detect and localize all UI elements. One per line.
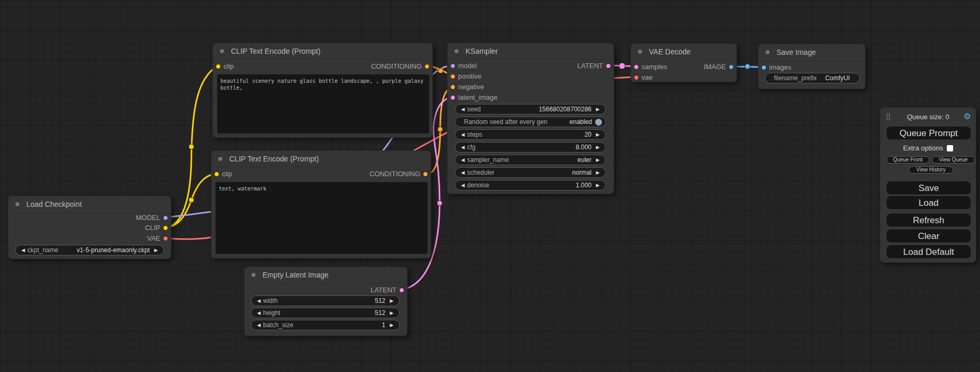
decrement-arrow-icon[interactable]: ◀	[459, 183, 467, 188]
conditioning-output-slot[interactable]	[424, 64, 430, 69]
queue-prompt-button[interactable]: Queue Prompt	[887, 127, 971, 139]
link-midpoint-dot[interactable]	[189, 144, 194, 149]
latent-output-slot[interactable]	[606, 63, 611, 69]
collapse-dot-icon[interactable]	[765, 50, 770, 55]
link-midpoint-dot[interactable]	[745, 64, 750, 69]
images-input-slot[interactable]	[761, 65, 766, 70]
input-label-clip: clip	[224, 62, 234, 70]
link-midpoint-dot[interactable]	[619, 63, 625, 69]
node-save-image[interactable]: Save Image images filename_prefix ComfyU…	[758, 44, 866, 89]
queue-panel[interactable]: ⣿ Queue size: 0 ⚙ Queue Prompt Extra opt…	[880, 107, 976, 263]
denoise-widget[interactable]: ◀ denoise 1.000 ▶	[455, 180, 606, 190]
link-midpoint-dot[interactable]	[189, 197, 194, 203]
prompt-textarea[interactable]: beautiful scenery nature glass bottle la…	[217, 74, 429, 133]
vae-input-slot[interactable]	[634, 75, 639, 80]
input-label-negative: negative	[458, 83, 484, 91]
node-clip-text-encode-negative[interactable]: CLIP Text Encode (Prompt) clip CONDITION…	[211, 150, 431, 259]
decrement-arrow-icon[interactable]: ◀	[459, 157, 467, 163]
batch-size-widget[interactable]: ◀ batch_size 1 ▶	[251, 320, 400, 330]
decrement-arrow-icon[interactable]: ◀	[459, 170, 467, 175]
cfg-widget[interactable]: ◀ cfg 8.000 ▶	[455, 142, 606, 152]
latent-image-input-slot[interactable]	[450, 95, 455, 100]
decrement-arrow-icon[interactable]: ◀	[459, 132, 467, 137]
increment-arrow-icon[interactable]: ▶	[152, 247, 160, 253]
vae-output-slot[interactable]	[163, 236, 168, 241]
clip-input-slot[interactable]	[216, 64, 221, 69]
link-midpoint-dot[interactable]	[438, 127, 443, 132]
samples-input-slot[interactable]	[634, 64, 639, 70]
prompt-textarea[interactable]: text, watermark	[216, 182, 428, 254]
input-label-latent-image: latent_image	[458, 93, 497, 101]
decrement-arrow-icon[interactable]: ◀	[255, 322, 263, 328]
collapse-dot-icon[interactable]	[219, 49, 225, 54]
image-output-slot[interactable]	[729, 64, 734, 70]
width-widget[interactable]: ◀ width 512 ▶	[251, 295, 400, 306]
view-history-button[interactable]: View History	[909, 166, 953, 174]
negative-input-slot[interactable]	[450, 84, 455, 90]
input-label-clip: clip	[222, 170, 232, 178]
collapse-dot-icon[interactable]	[454, 49, 459, 54]
decrement-arrow-icon[interactable]: ◀	[459, 107, 467, 112]
load-default-button[interactable]: Load Default	[887, 245, 971, 258]
height-widget[interactable]: ◀ height 512 ▶	[251, 308, 400, 318]
output-label-vae: VAE	[147, 234, 160, 242]
increment-arrow-icon[interactable]: ▶	[594, 157, 602, 163]
node-vae-decode[interactable]: VAE Decode samples vae IMAGE	[630, 43, 737, 82]
increment-arrow-icon[interactable]: ▶	[594, 132, 602, 137]
decrement-arrow-icon[interactable]: ◀	[255, 298, 263, 303]
filename-prefix-widget[interactable]: filename_prefix ComfyUI	[765, 73, 860, 83]
node-load-checkpoint[interactable]: Load Checkpoint MODEL CLIP VAE ◀ ckpt_na…	[8, 196, 171, 259]
increment-arrow-icon[interactable]: ▶	[594, 183, 602, 188]
increment-arrow-icon[interactable]: ▶	[387, 322, 396, 328]
increment-arrow-icon[interactable]: ▶	[594, 170, 602, 175]
input-label-vae: vae	[642, 73, 653, 81]
widget-value: 20	[583, 131, 594, 138]
model-output-slot[interactable]	[163, 215, 168, 221]
node-empty-latent-image[interactable]: Empty Latent Image LATENT ◀ width 512 ▶ …	[244, 266, 407, 336]
seed-toggle-icon[interactable]	[595, 119, 602, 126]
clip-output-slot[interactable]	[163, 225, 168, 231]
node-clip-text-encode-positive[interactable]: CLIP Text Encode (Prompt) clip CONDITION…	[212, 43, 433, 138]
node-title: Empty Latent Image	[245, 267, 407, 283]
input-label-samples: samples	[642, 63, 667, 71]
collapse-dot-icon[interactable]	[15, 202, 20, 207]
view-queue-button[interactable]: View Queue	[932, 156, 975, 164]
latent-output-slot[interactable]	[399, 288, 404, 293]
decrement-arrow-icon[interactable]: ◀	[255, 310, 263, 316]
link-midpoint-dot[interactable]	[438, 68, 443, 73]
collapse-dot-icon[interactable]	[637, 49, 643, 54]
clip-input-slot[interactable]	[214, 171, 219, 177]
clear-button[interactable]: Clear	[887, 230, 971, 242]
widget-label: width	[263, 297, 278, 304]
conditioning-output-slot[interactable]	[423, 171, 428, 177]
random-seed-toggle-widget[interactable]: Random seed after every gen enabled	[455, 117, 606, 127]
increment-arrow-icon[interactable]: ▶	[387, 310, 396, 316]
scheduler-widget[interactable]: ◀ scheduler normal ▶	[455, 167, 606, 178]
decrement-arrow-icon[interactable]: ◀	[459, 145, 467, 150]
positive-input-slot[interactable]	[450, 74, 455, 79]
model-input-slot[interactable]	[450, 63, 455, 69]
save-button[interactable]: Save	[887, 182, 971, 194]
collapse-dot-icon[interactable]	[218, 156, 223, 161]
settings-gear-icon[interactable]: ⚙	[964, 111, 971, 121]
seed-widget[interactable]: ◀ seed 156680208700286 ▶	[455, 104, 606, 115]
increment-arrow-icon[interactable]: ▶	[387, 298, 396, 303]
steps-widget[interactable]: ◀ steps 20 ▶	[455, 129, 606, 140]
widget-value: 8.000	[574, 144, 594, 151]
node-graph-canvas[interactable]: Load Checkpoint MODEL CLIP VAE ◀ ckpt_na…	[0, 0, 980, 372]
collapse-dot-icon[interactable]	[251, 272, 256, 278]
refresh-button[interactable]: Refresh	[887, 214, 971, 226]
link-midpoint-dot[interactable]	[437, 201, 442, 206]
queue-front-button[interactable]: Queue Front	[886, 156, 929, 164]
extra-options-checkbox[interactable]	[947, 145, 953, 151]
node-title: VAE Decode	[631, 44, 736, 60]
sampler-name-widget[interactable]: ◀ sampler_name euler ▶	[455, 155, 606, 165]
widget-value: normal	[570, 169, 594, 176]
increment-arrow-icon[interactable]: ▶	[594, 145, 602, 150]
widget-label: batch_size	[263, 321, 293, 329]
ckpt-name-widget[interactable]: ◀ ckpt_name v1-5-pruned-emaonly.ckpt ▶	[15, 245, 164, 255]
load-button[interactable]: Load	[887, 196, 971, 209]
decrement-arrow-icon[interactable]: ◀	[19, 247, 27, 253]
node-ksampler[interactable]: KSampler model positive negative latent_…	[447, 43, 614, 194]
increment-arrow-icon[interactable]: ▶	[594, 107, 602, 112]
